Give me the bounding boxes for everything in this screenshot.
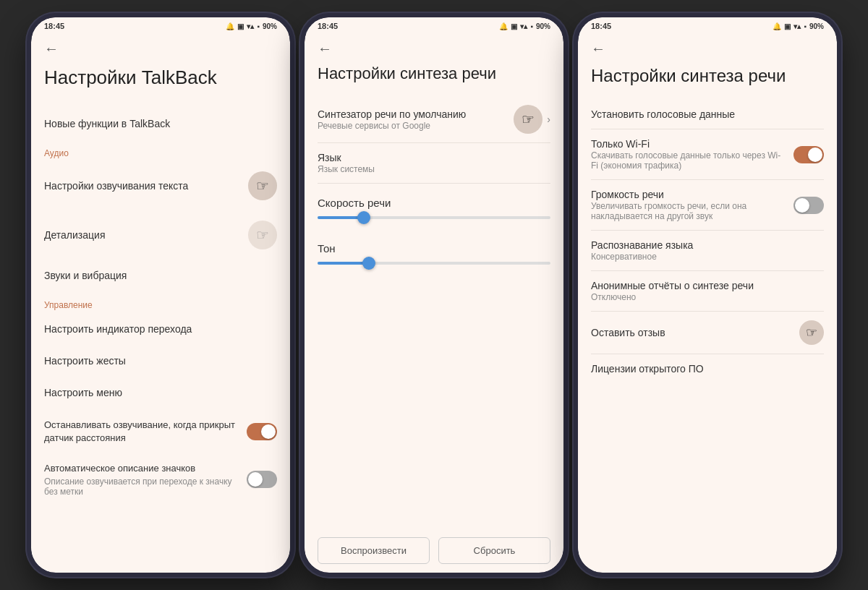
back-button-3[interactable]: ← (578, 33, 837, 60)
screen-icon-3: ▣ (784, 22, 791, 30)
section-audio: Аудио (44, 140, 277, 161)
phone-2: 18:45 🔔 ▣ ▾▴ ▪ 90% ← Настройки синтеза р… (300, 13, 568, 577)
menu-item[interactable]: Настроить меню (44, 377, 277, 409)
lang-recog-subtitle: Консервативное (591, 252, 824, 262)
wifi-icon: ▾▴ (247, 22, 254, 30)
divider-p3-6 (591, 354, 824, 354)
auto-desc-row: Автоматическое описание значков Описание… (44, 462, 277, 497)
speech-rate-label: Скорость речи (318, 197, 550, 209)
battery-icon-3: ▪ (804, 22, 807, 30)
licenses-title: Лицензии открытого ПО (591, 363, 824, 375)
tts-settings-label: Настройки озвучивания текста (44, 180, 188, 192)
auto-desc-item[interactable]: Автоматическое описание значков Описание… (44, 455, 277, 504)
phone-3: 18:45 🔔 ▣ ▾▴ ▪ 90% ← Настройки синтеза р… (574, 13, 841, 577)
volume-toggle[interactable] (793, 197, 824, 214)
language-title: Язык (318, 152, 550, 163)
wifi-only-title: Только Wi-Fi (591, 138, 788, 150)
auto-desc-label: Автоматическое описание значков (44, 462, 247, 475)
install-voice-item[interactable]: Установить голосовые данные (591, 101, 824, 127)
wifi-icon-3: ▾▴ (793, 22, 801, 30)
tone-thumb[interactable] (362, 257, 375, 270)
volume-subtitle: Увеличивать громкость речи, если она нак… (591, 201, 788, 221)
battery-pct-3: 90% (809, 22, 824, 30)
status-icons-2: 🔔 ▣ ▾▴ ▪ 90% (499, 22, 550, 30)
detail-item[interactable]: Детализация ☞ (44, 210, 277, 260)
speech-rate-track[interactable] (318, 216, 550, 219)
play-button[interactable]: Воспроизвести (318, 537, 430, 564)
feedback-title: Оставить отзыв (591, 327, 665, 338)
anon-report-subtitle: Отключено (591, 292, 824, 302)
tts-default-subtitle: Речевые сервисы от Google (318, 121, 466, 131)
language-subtitle: Язык системы (318, 164, 550, 174)
auto-desc-text-block: Автоматическое описание значков Описание… (44, 462, 247, 497)
licenses-item[interactable]: Лицензии открытого ПО (591, 356, 824, 382)
indicator-item[interactable]: Настроить индикатор перехода (44, 313, 277, 345)
language-item[interactable]: Язык Язык системы (318, 145, 550, 181)
lang-recog-title: Распознавание языка (591, 239, 824, 251)
new-features-item[interactable]: Новые функции в TalkBack (44, 108, 277, 140)
stop-tts-label: Останавливать озвучивание, когда прикрыт… (44, 419, 247, 445)
reset-button[interactable]: Сбросить (438, 537, 550, 564)
alarm-icon-3: 🔔 (773, 22, 781, 30)
toggle-knob-2 (248, 472, 263, 487)
stop-tts-toggle[interactable] (247, 423, 277, 440)
settings-list-1: Новые функции в TalkBack Аудио Настройки… (44, 108, 277, 505)
speech-rate-thumb[interactable] (357, 211, 370, 224)
tts-default-item[interactable]: Синтезатор речи по умолчанию Речевые сер… (318, 98, 550, 141)
wifi-icon-2: ▾▴ (520, 22, 527, 30)
divider-p3-4 (591, 270, 824, 271)
wifi-only-item[interactable]: Только Wi-Fi Скачивать голосовые данные … (591, 131, 824, 178)
cursor-phone2: ☞ (514, 105, 542, 134)
back-button-1[interactable]: ← (31, 33, 290, 60)
status-bar-1: 18:45 🔔 ▣ ▾▴ ▪ 90% (31, 17, 290, 33)
status-time-2: 18:45 (318, 22, 338, 30)
wifi-toggle-knob (808, 148, 822, 162)
volume-item[interactable]: Громкость речи Увеличивать громкость реч… (591, 181, 824, 228)
wifi-only-row: Только Wi-Fi Скачивать голосовые данные … (591, 138, 824, 171)
tts-default-row: Синтезатор речи по умолчанию Речевые сер… (318, 105, 550, 134)
toggle-knob-1 (261, 424, 276, 439)
page-title-3: Настройки синтеза речи (591, 64, 824, 87)
cursor-phone3: ☞ (799, 320, 824, 345)
tts-default-text: Синтезатор речи по умолчанию Речевые сер… (318, 108, 466, 131)
alarm-icon: 🔔 (226, 22, 234, 30)
tts-default-icons: ☞ › (514, 105, 550, 134)
speech-rate-section: Скорость речи (318, 197, 550, 219)
sounds-item[interactable]: Звуки и вибрация (44, 260, 277, 291)
wifi-only-subtitle: Скачивать голосовые данные только через … (591, 150, 788, 171)
cursor-2: ☞ (248, 221, 277, 249)
status-icons-3: 🔔 ▣ ▾▴ ▪ 90% (773, 22, 824, 30)
divider-2 (318, 183, 550, 184)
auto-desc-subtitle: Описание озвучивается при переходе к зна… (44, 476, 247, 497)
volume-row: Громкость речи Увеличивать громкость реч… (591, 189, 824, 221)
screen-icon-2: ▣ (511, 22, 517, 30)
volume-title: Громкость речи (591, 189, 788, 200)
cursor-1: ☞ (248, 171, 277, 200)
gestures-item[interactable]: Настроить жесты (44, 345, 277, 377)
tone-label: Тон (318, 242, 550, 255)
tts-settings-item[interactable]: Настройки озвучивания текста ☞ (44, 161, 277, 210)
anon-report-item[interactable]: Анонимные отчёты о синтезе речи Отключен… (591, 273, 824, 309)
stop-tts-item[interactable]: Останавливать озвучивание, когда прикрыт… (44, 409, 277, 455)
volume-text: Громкость речи Увеличивать громкость реч… (591, 189, 793, 221)
back-button-2[interactable]: ← (305, 33, 563, 60)
divider-p3-3 (591, 230, 824, 231)
screen-3-content: Настройки синтеза речи Установить голосо… (578, 60, 837, 573)
auto-desc-toggle[interactable] (247, 471, 277, 488)
battery-icon: ▪ (257, 22, 260, 30)
install-voice-label: Установить голосовые данные (591, 108, 824, 120)
lang-recog-item[interactable]: Распознавание языка Консервативное (591, 232, 824, 269)
screen-icon: ▣ (237, 22, 244, 30)
feedback-row: Оставить отзыв ☞ (591, 320, 824, 345)
tone-track[interactable] (318, 262, 550, 265)
tone-section: Тон (318, 242, 550, 265)
status-bar-3: 18:45 🔔 ▣ ▾▴ ▪ 90% (578, 17, 837, 33)
tone-fill (318, 262, 369, 265)
status-time-1: 18:45 (44, 22, 64, 30)
page-title-2: Настройки синтеза речи (318, 64, 550, 83)
wifi-toggle[interactable] (793, 146, 824, 163)
divider-p3-5 (591, 311, 824, 312)
status-time-3: 18:45 (591, 22, 611, 30)
section-control: Управление (44, 291, 277, 313)
feedback-item[interactable]: Оставить отзыв ☞ (591, 313, 824, 352)
